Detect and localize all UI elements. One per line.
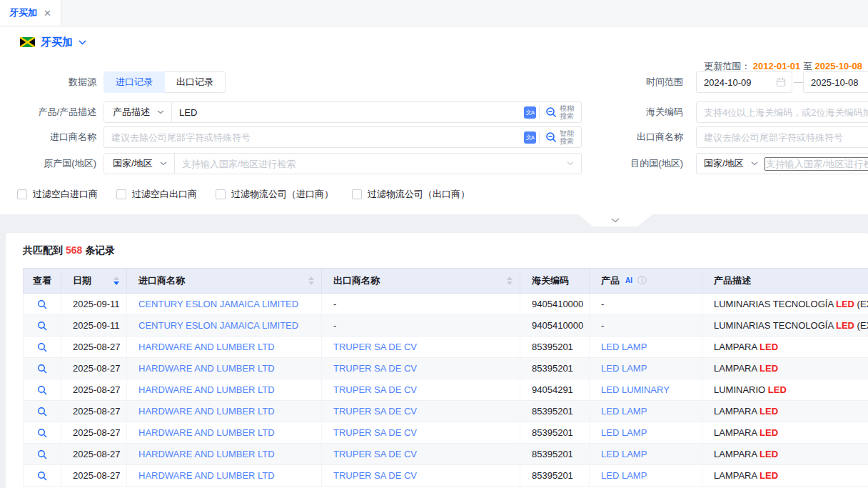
product-type-select[interactable]: 产品描述 — [104, 102, 172, 122]
checkbox-icon[interactable] — [216, 189, 226, 199]
checkbox-icon[interactable] — [17, 189, 27, 199]
col-exporter[interactable]: 出口商名称 — [322, 269, 520, 294]
view-record-button[interactable] — [37, 342, 48, 353]
view-record-button[interactable] — [37, 321, 48, 332]
cell-date: 2025-08-27 — [61, 401, 127, 422]
desc-highlight: LED — [760, 342, 778, 352]
cell-importer[interactable]: HARDWARE AND LUMBER LTD — [127, 401, 322, 422]
end-date-input[interactable]: 2025-10-08 — [803, 71, 868, 93]
view-record-button[interactable] — [37, 364, 48, 374]
cell-description: LAMPARA LED — [702, 465, 868, 487]
collapse-panel-button[interactable] — [578, 214, 652, 226]
cell-importer[interactable]: HARDWARE AND LUMBER LTD — [127, 422, 322, 444]
destination-country-input[interactable] — [764, 157, 868, 171]
cell-exporter[interactable]: TRUPER SA DE CV — [322, 444, 520, 465]
cell-importer[interactable]: HARDWARE AND LUMBER LTD — [127, 358, 322, 379]
view-record-button[interactable] — [37, 299, 48, 310]
cell-importer[interactable]: CENTURY ESLON JAMAICA LIMITED — [127, 315, 322, 337]
chevron-down-icon — [751, 161, 758, 166]
cell-exporter[interactable]: TRUPER SA DE CV — [322, 358, 520, 379]
cell-exporter[interactable]: TRUPER SA DE CV — [322, 465, 520, 487]
cell-exporter[interactable]: TRUPER SA DE CV — [322, 401, 520, 422]
cell-exporter[interactable]: TRUPER SA DE CV — [322, 337, 520, 358]
translate-icon[interactable]: 文A — [524, 131, 536, 144]
sort-icon-date[interactable] — [113, 277, 119, 285]
cell-date: 2025-09-11 — [61, 315, 127, 337]
cell-importer[interactable]: HARDWARE AND LUMBER LTD — [127, 337, 322, 358]
country-header: 牙买加 — [0, 26, 868, 58]
cell-exporter[interactable]: TRUPER SA DE CV — [322, 379, 520, 401]
col-date-label: 日期 — [73, 274, 91, 287]
cell-exporter[interactable]: TRUPER SA DE CV — [322, 422, 520, 444]
cell-product[interactable]: LED LUMINARY — [590, 379, 702, 401]
divider — [539, 131, 540, 143]
view-record-button[interactable] — [37, 471, 48, 482]
cell-importer[interactable]: CENTURY ESLON JAMAICA LIMITED — [127, 294, 322, 315]
col-date[interactable]: 日期 — [61, 269, 127, 294]
origin-label: 原产国(地区) — [0, 153, 96, 174]
checkbox-label: 过滤空白出口商 — [132, 188, 197, 201]
checkbox-filter-blank-importer[interactable]: 过滤空白进口商 — [17, 188, 98, 201]
cell-product[interactable]: LED LAMP — [590, 465, 702, 487]
exporter-input[interactable] — [697, 128, 868, 146]
checkbox-label: 过滤物流公司（进口商） — [231, 188, 333, 201]
checkbox-filter-blank-exporter[interactable]: 过滤空白出口商 — [116, 188, 197, 201]
tab-jamaica[interactable]: 牙买加 ✕ — [0, 0, 61, 26]
view-record-button[interactable] — [37, 407, 48, 417]
checkbox-icon[interactable] — [352, 189, 362, 199]
destination-country-select-value: 国家/地区 — [704, 157, 744, 170]
origin-country-select[interactable]: 国家/地区 — [104, 154, 175, 174]
cell-importer[interactable]: HARDWARE AND LUMBER LTD — [127, 465, 322, 487]
sort-icon-exporter[interactable] — [507, 277, 513, 285]
divider — [539, 106, 540, 118]
match-count: 568 — [66, 244, 82, 256]
sort-icon-importer[interactable] — [308, 277, 314, 285]
cell-hscode: 85395201 — [520, 358, 590, 379]
ai-badge: AI — [623, 276, 635, 285]
view-record-button[interactable] — [37, 385, 48, 396]
search-icon — [545, 131, 557, 144]
start-date-input[interactable]: 2024-10-09 — [696, 71, 792, 93]
filter-row-origin: 原产国(地区) 国家/地区 目的国(地区) 国家/地区 — [0, 153, 868, 174]
cell-importer[interactable]: HARDWARE AND LUMBER LTD — [127, 444, 322, 465]
product-input[interactable] — [172, 103, 524, 121]
col-importer[interactable]: 进口商名称 — [127, 269, 322, 294]
cell-hscode: 85395201 — [520, 465, 590, 487]
checkbox-filter-logistics-exporter[interactable]: 过滤物流公司（出口商） — [352, 188, 470, 201]
col-hscode: 海关编码 — [520, 269, 590, 294]
desc-highlight: LED — [760, 470, 778, 481]
filter-row-datasource: 数据源 进口记录 出口记录 时间范围 2024-10-09 — 2025-10-… — [0, 71, 868, 93]
destination-country-select[interactable]: 国家/地区 — [697, 154, 764, 174]
checkbox-label: 过滤物流公司（出口商） — [368, 188, 470, 201]
cell-hscode: 85395201 — [520, 401, 590, 422]
origin-country-input[interactable] — [175, 154, 567, 173]
cell-hscode: 85395201 — [520, 444, 590, 465]
cell-product[interactable]: LED LAMP — [590, 401, 702, 422]
desc-highlight: LED — [760, 449, 778, 459]
cell-product[interactable]: LED LAMP — [590, 422, 702, 444]
cell-date: 2025-08-27 — [61, 422, 127, 444]
table-row: 2025-09-11 CENTURY ESLON JAMAICA LIMITED… — [24, 315, 868, 337]
collapse-strip — [0, 214, 868, 233]
importer-input[interactable] — [104, 128, 524, 146]
checkbox-filter-logistics-importer[interactable]: 过滤物流公司（进口商） — [216, 188, 333, 201]
cell-product[interactable]: LED LAMP — [590, 358, 702, 379]
import-records-button[interactable]: 进口记录 — [104, 71, 165, 93]
view-record-button[interactable] — [37, 428, 48, 439]
chevron-down-icon[interactable] — [79, 40, 86, 45]
filter-checkbox-row: 过滤空白进口商 过滤空白出口商 过滤物流公司（进口商） 过滤物流公司（出口商） — [17, 188, 470, 201]
col-description: 产品描述 — [702, 269, 868, 294]
cell-product[interactable]: LED LAMP — [590, 444, 702, 465]
view-record-button[interactable] — [37, 449, 48, 460]
info-icon[interactable]: ⓘ — [637, 275, 647, 286]
checkbox-icon[interactable] — [116, 189, 126, 199]
close-icon[interactable]: ✕ — [44, 8, 51, 19]
translate-icon[interactable]: 文A — [524, 106, 536, 119]
cell-product[interactable]: LED LAMP — [590, 337, 702, 358]
cell-importer[interactable]: HARDWARE AND LUMBER LTD — [127, 379, 322, 401]
col-product: 产品AIⓘ — [590, 269, 702, 294]
search-icon — [545, 106, 557, 119]
results-panel: 共匹配到568条记录 查看 日期 进口商名称 出口商名称 海关编码 产品AIⓘ … — [6, 233, 868, 488]
hscode-input[interactable] — [697, 103, 868, 121]
export-records-button[interactable]: 出口记录 — [165, 71, 226, 93]
